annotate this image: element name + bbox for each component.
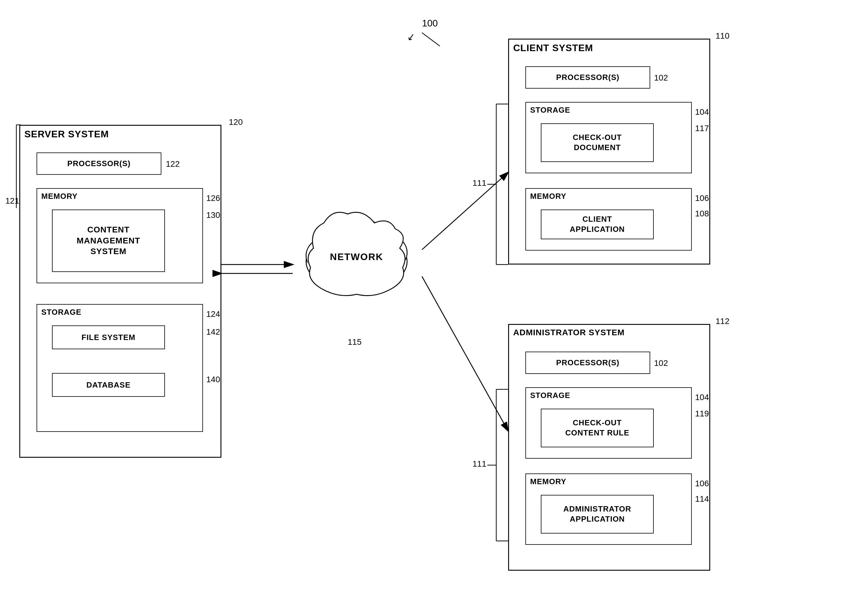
svg-line-16: [422, 276, 508, 431]
server-filesystem-label: FILE SYSTEM: [81, 333, 135, 342]
client-checkout-doc-label: CHECK-OUTDOCUMENT: [573, 133, 622, 153]
server-system-label: SERVER SYSTEM: [20, 126, 220, 141]
admin-system-box: ADMINISTRATOR SYSTEM PROCESSOR(S) 102 ST…: [508, 324, 710, 571]
diagram-container: 100 ↙ SERVER SYSTEM PROCESSOR(S) 122 MEM…: [0, 0, 868, 609]
server-memory-ref: 126: [206, 194, 220, 203]
server-system-box: SERVER SYSTEM PROCESSOR(S) 122 MEMORY CO…: [19, 125, 222, 458]
admin-memory-ref: 106: [695, 479, 709, 488]
server-database-ref: 140: [206, 375, 220, 384]
server-processor-label: PROCESSOR(S): [67, 159, 131, 169]
client-memory-ref: 106: [695, 194, 709, 203]
client-system-label: CLIENT SYSTEM: [509, 40, 709, 55]
svg-text:NETWORK: NETWORK: [330, 251, 383, 262]
client-app-box: CLIENTAPPLICATION: [541, 209, 654, 239]
client-processor-label: PROCESSOR(S): [556, 73, 620, 82]
admin-processor-label: PROCESSOR(S): [556, 358, 620, 368]
server-system-ref: 120: [229, 118, 243, 127]
server-processor-ref: 122: [166, 159, 180, 169]
admin-app-label: ADMINISTRATORAPPLICATION: [563, 504, 631, 524]
admin-processor-box: PROCESSOR(S): [525, 352, 650, 374]
client-checkout-doc-box: CHECK-OUTDOCUMENT: [541, 123, 654, 162]
admin-checkout-content-ref: 119: [695, 409, 709, 418]
admin-system-ref: 112: [716, 316, 730, 326]
admin-memory-outer-box: MEMORY ADMINISTRATORAPPLICATION: [525, 473, 692, 545]
admin-checkout-content-label: CHECK-OUTCONTENT RULE: [565, 418, 629, 438]
client-memory-outer-box: MEMORY CLIENTAPPLICATION: [525, 188, 692, 251]
admin-storage-outer-box: STORAGE CHECK-OUTCONTENT RULE: [525, 387, 692, 459]
server-memory-outer-box: MEMORY CONTENTMANAGEMENTSYSTEM: [37, 188, 203, 283]
admin-checkout-content-box: CHECK-OUTCONTENT RULE: [541, 409, 654, 447]
admin-processor-ref: 102: [654, 358, 668, 368]
network-ref: 115: [348, 337, 362, 347]
client-system-ref: 110: [716, 31, 730, 41]
main-ref-arrow: ↙: [406, 31, 416, 43]
client-checkout-doc-ref: 117: [695, 124, 709, 133]
server-cms-label: CONTENTMANAGEMENTSYSTEM: [77, 225, 140, 257]
svg-line-15: [422, 172, 508, 249]
client-processor-box: PROCESSOR(S): [525, 66, 650, 88]
client-system-box: CLIENT SYSTEM PROCESSOR(S) 102 STORAGE C…: [508, 39, 710, 265]
server-filesystem-box: FILE SYSTEM: [52, 325, 165, 349]
network-cloud-svg: NETWORK: [291, 202, 422, 327]
admin-memory-label: MEMORY: [530, 477, 566, 486]
server-storage-outer-box: STORAGE FILE SYSTEM DATABASE: [37, 304, 203, 432]
server-bracket-ref: 121: [5, 196, 19, 206]
client-connection-ref: 111: [473, 178, 487, 188]
admin-storage-label: STORAGE: [530, 391, 570, 400]
server-database-label: DATABASE: [87, 380, 131, 390]
server-cms-ref: 130: [206, 211, 220, 220]
client-storage-ref: 104: [695, 107, 709, 117]
server-filesystem-ref: 142: [206, 327, 220, 337]
client-storage-outer-box: STORAGE CHECK-OUTDOCUMENT: [525, 102, 692, 173]
main-ref-number: 100: [422, 18, 438, 29]
admin-app-ref: 114: [695, 494, 709, 504]
client-app-label: CLIENTAPPLICATION: [570, 214, 625, 234]
server-storage-ref: 124: [206, 309, 220, 319]
server-cms-box: CONTENTMANAGEMENTSYSTEM: [52, 209, 165, 272]
client-memory-label: MEMORY: [530, 192, 566, 201]
client-processor-ref: 102: [654, 73, 668, 83]
server-memory-label: MEMORY: [41, 192, 78, 201]
client-app-ref: 108: [695, 209, 709, 218]
svg-line-25: [422, 33, 440, 46]
admin-connection-ref: 111: [473, 459, 487, 469]
admin-system-label: ADMINISTRATOR SYSTEM: [509, 325, 709, 339]
client-storage-label: STORAGE: [530, 105, 570, 115]
server-storage-label: STORAGE: [41, 308, 81, 317]
admin-storage-ref: 104: [695, 393, 709, 402]
server-processor-box: PROCESSOR(S): [37, 152, 161, 175]
admin-app-box: ADMINISTRATORAPPLICATION: [541, 495, 654, 533]
server-database-box: DATABASE: [52, 373, 165, 397]
